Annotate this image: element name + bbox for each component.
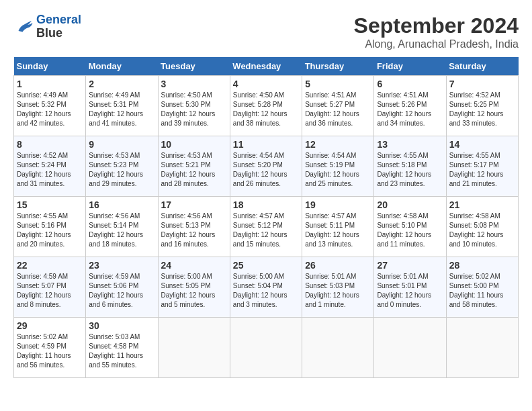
day-number: 22 — [17, 260, 83, 271]
day-number: 13 — [377, 139, 443, 150]
day-number: 4 — [233, 79, 299, 89]
day-info: Sunrise: 4:53 AM Sunset: 5:23 PM Dayligh… — [89, 151, 154, 189]
day-info: Sunrise: 5:02 AM Sunset: 4:59 PM Dayligh… — [17, 332, 83, 370]
calendar-day-cell: 19Sunrise: 4:57 AM Sunset: 5:11 PM Dayli… — [302, 197, 374, 257]
day-info: Sunrise: 4:51 AM Sunset: 5:27 PM Dayligh… — [305, 91, 371, 128]
calendar-day-cell: 5Sunrise: 4:51 AM Sunset: 5:27 PM Daylig… — [302, 76, 374, 136]
page-header: General Blue September 2024 Along, Aruna… — [13, 13, 519, 50]
day-info: Sunrise: 4:59 AM Sunset: 5:07 PM Dayligh… — [17, 272, 83, 310]
day-info: Sunrise: 4:52 AM Sunset: 5:25 PM Dayligh… — [449, 91, 515, 128]
day-info: Sunrise: 4:49 AM Sunset: 5:31 PM Dayligh… — [89, 91, 154, 128]
calendar-day-cell: 16Sunrise: 4:56 AM Sunset: 5:14 PM Dayli… — [86, 197, 158, 257]
day-number: 11 — [233, 139, 299, 150]
calendar-day-cell: 30Sunrise: 5:03 AM Sunset: 4:58 PM Dayli… — [86, 318, 158, 378]
calendar-day-cell: 27Sunrise: 5:01 AM Sunset: 5:01 PM Dayli… — [374, 257, 446, 318]
day-number: 15 — [17, 199, 83, 210]
day-info: Sunrise: 5:00 AM Sunset: 5:05 PM Dayligh… — [161, 272, 227, 310]
day-info: Sunrise: 5:01 AM Sunset: 5:03 PM Dayligh… — [305, 272, 371, 310]
day-number: 9 — [89, 139, 154, 150]
calendar-day-cell: 2Sunrise: 4:49 AM Sunset: 5:31 PM Daylig… — [86, 76, 158, 136]
day-info: Sunrise: 4:51 AM Sunset: 5:26 PM Dayligh… — [377, 91, 443, 128]
day-number: 30 — [89, 320, 154, 331]
day-info: Sunrise: 4:49 AM Sunset: 5:32 PM Dayligh… — [17, 91, 83, 128]
day-number: 6 — [377, 79, 443, 89]
calendar-day-header: Wednesday — [230, 57, 302, 76]
day-number: 1 — [17, 79, 83, 89]
calendar-day-cell: 28Sunrise: 5:02 AM Sunset: 5:00 PM Dayli… — [446, 257, 518, 318]
calendar-day-cell: 12Sunrise: 4:54 AM Sunset: 5:19 PM Dayli… — [302, 136, 374, 197]
calendar-day-cell — [302, 318, 374, 378]
day-number: 5 — [305, 79, 371, 89]
day-info: Sunrise: 5:00 AM Sunset: 5:04 PM Dayligh… — [233, 272, 299, 310]
day-info: Sunrise: 4:53 AM Sunset: 5:21 PM Dayligh… — [161, 151, 227, 189]
calendar-day-cell: 29Sunrise: 5:02 AM Sunset: 4:59 PM Dayli… — [14, 318, 86, 378]
calendar-day-cell: 21Sunrise: 4:58 AM Sunset: 5:08 PM Dayli… — [446, 197, 518, 257]
calendar-day-header: Monday — [86, 57, 158, 76]
day-number: 24 — [161, 260, 227, 271]
day-info: Sunrise: 4:57 AM Sunset: 5:12 PM Dayligh… — [233, 212, 299, 249]
day-number: 29 — [17, 320, 83, 331]
day-number: 20 — [377, 199, 443, 210]
page-title: September 2024 — [354, 13, 519, 38]
day-info: Sunrise: 4:55 AM Sunset: 5:18 PM Dayligh… — [377, 151, 443, 189]
calendar-week-row: 29Sunrise: 5:02 AM Sunset: 4:59 PM Dayli… — [14, 318, 519, 378]
calendar-day-cell: 13Sunrise: 4:55 AM Sunset: 5:18 PM Dayli… — [374, 136, 446, 197]
day-number: 28 — [449, 260, 515, 271]
calendar-day-cell: 15Sunrise: 4:55 AM Sunset: 5:16 PM Dayli… — [14, 197, 86, 257]
calendar-day-cell: 6Sunrise: 4:51 AM Sunset: 5:26 PM Daylig… — [374, 76, 446, 136]
page-subtitle: Along, Arunachal Pradesh, India — [354, 38, 519, 50]
calendar-day-cell: 9Sunrise: 4:53 AM Sunset: 5:23 PM Daylig… — [86, 136, 158, 197]
day-info: Sunrise: 4:50 AM Sunset: 5:30 PM Dayligh… — [161, 91, 227, 128]
day-number: 14 — [449, 139, 515, 150]
calendar-day-cell: 17Sunrise: 4:56 AM Sunset: 5:13 PM Dayli… — [158, 197, 230, 257]
calendar-body: 1Sunrise: 4:49 AM Sunset: 5:32 PM Daylig… — [14, 76, 519, 378]
day-info: Sunrise: 5:03 AM Sunset: 4:58 PM Dayligh… — [89, 332, 154, 370]
day-number: 25 — [233, 260, 299, 271]
day-info: Sunrise: 4:52 AM Sunset: 5:24 PM Dayligh… — [17, 151, 83, 189]
logo-text: General Blue — [36, 13, 81, 40]
day-info: Sunrise: 4:59 AM Sunset: 5:06 PM Dayligh… — [89, 272, 154, 310]
calendar-day-cell: 1Sunrise: 4:49 AM Sunset: 5:32 PM Daylig… — [14, 76, 86, 136]
logo: General Blue — [13, 13, 81, 40]
calendar-day-header: Saturday — [446, 57, 518, 76]
calendar-day-cell: 18Sunrise: 4:57 AM Sunset: 5:12 PM Dayli… — [230, 197, 302, 257]
calendar-day-cell: 26Sunrise: 5:01 AM Sunset: 5:03 PM Dayli… — [302, 257, 374, 318]
calendar-day-cell: 4Sunrise: 4:50 AM Sunset: 5:28 PM Daylig… — [230, 76, 302, 136]
calendar-day-cell: 23Sunrise: 4:59 AM Sunset: 5:06 PM Dayli… — [86, 257, 158, 318]
calendar-day-cell: 11Sunrise: 4:54 AM Sunset: 5:20 PM Dayli… — [230, 136, 302, 197]
calendar-week-row: 15Sunrise: 4:55 AM Sunset: 5:16 PM Dayli… — [14, 197, 519, 257]
day-info: Sunrise: 4:55 AM Sunset: 5:17 PM Dayligh… — [449, 151, 515, 189]
logo-icon — [13, 17, 34, 37]
day-number: 12 — [305, 139, 371, 150]
calendar-day-cell: 3Sunrise: 4:50 AM Sunset: 5:30 PM Daylig… — [158, 76, 230, 136]
day-info: Sunrise: 5:01 AM Sunset: 5:01 PM Dayligh… — [377, 272, 443, 310]
day-info: Sunrise: 4:56 AM Sunset: 5:14 PM Dayligh… — [89, 212, 154, 249]
calendar-day-header: Tuesday — [158, 57, 230, 76]
day-number: 7 — [449, 79, 515, 89]
calendar-day-header: Sunday — [14, 57, 86, 76]
calendar-week-row: 1Sunrise: 4:49 AM Sunset: 5:32 PM Daylig… — [14, 76, 519, 136]
day-info: Sunrise: 4:56 AM Sunset: 5:13 PM Dayligh… — [161, 212, 227, 249]
calendar-day-header: Friday — [374, 57, 446, 76]
day-info: Sunrise: 4:58 AM Sunset: 5:10 PM Dayligh… — [377, 212, 443, 249]
calendar-day-cell — [446, 318, 518, 378]
day-number: 2 — [89, 79, 154, 89]
calendar-day-cell: 24Sunrise: 5:00 AM Sunset: 5:05 PM Dayli… — [158, 257, 230, 318]
day-number: 8 — [17, 139, 83, 150]
calendar-day-cell: 8Sunrise: 4:52 AM Sunset: 5:24 PM Daylig… — [14, 136, 86, 197]
day-number: 17 — [161, 199, 227, 210]
calendar-day-cell: 7Sunrise: 4:52 AM Sunset: 5:25 PM Daylig… — [446, 76, 518, 136]
day-info: Sunrise: 4:57 AM Sunset: 5:11 PM Dayligh… — [305, 212, 371, 249]
calendar-day-cell: 20Sunrise: 4:58 AM Sunset: 5:10 PM Dayli… — [374, 197, 446, 257]
calendar-week-row: 8Sunrise: 4:52 AM Sunset: 5:24 PM Daylig… — [14, 136, 519, 197]
day-number: 19 — [305, 199, 371, 210]
day-info: Sunrise: 4:55 AM Sunset: 5:16 PM Dayligh… — [17, 212, 83, 249]
calendar-table: SundayMondayTuesdayWednesdayThursdayFrid… — [13, 57, 519, 378]
calendar-day-cell — [374, 318, 446, 378]
calendar-header-row: SundayMondayTuesdayWednesdayThursdayFrid… — [14, 57, 519, 76]
calendar-day-cell: 10Sunrise: 4:53 AM Sunset: 5:21 PM Dayli… — [158, 136, 230, 197]
day-number: 16 — [89, 199, 154, 210]
day-info: Sunrise: 4:54 AM Sunset: 5:19 PM Dayligh… — [305, 151, 371, 189]
day-number: 21 — [449, 199, 515, 210]
calendar-day-cell: 22Sunrise: 4:59 AM Sunset: 5:07 PM Dayli… — [14, 257, 86, 318]
